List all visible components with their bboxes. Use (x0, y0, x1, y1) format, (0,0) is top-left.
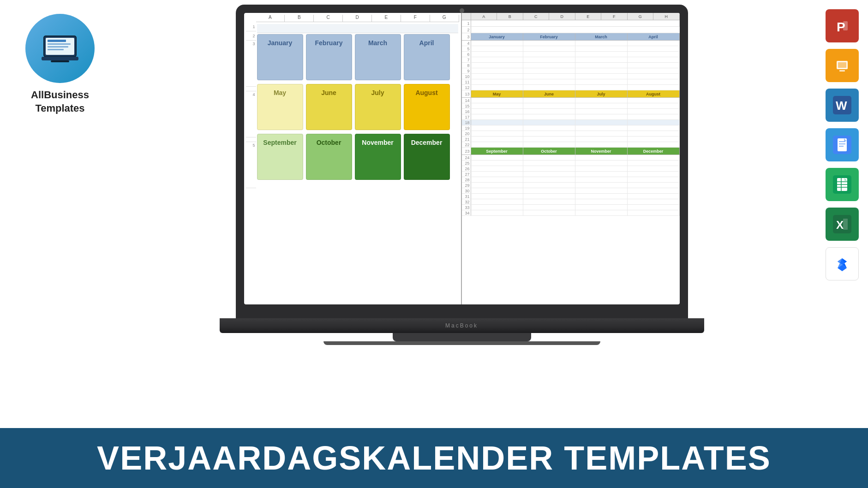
dec-header: December (628, 148, 680, 155)
feb-header: February (523, 33, 575, 40)
banner-text: VERJAARDAGSKALENDER TEMPLATES (97, 439, 771, 477)
right-row-23-month-headers: 23 September October November December (462, 148, 680, 155)
powerpoint-icon[interactable]: P (826, 9, 859, 42)
laptop-body: A B C D E F G 1 2 3 4 (236, 5, 688, 318)
col-b-r: B (497, 13, 523, 20)
may-block: May (257, 84, 303, 130)
col-h-r: H (653, 13, 680, 20)
row-4: 4 (462, 41, 680, 46)
logo-circle (25, 14, 95, 83)
col-d: D (343, 15, 372, 22)
laptop-stand (393, 333, 531, 341)
col-headers-right: A B C D E F G H (462, 13, 680, 20)
month-row-1: January February March April (257, 34, 458, 80)
svg-rect-3 (48, 43, 71, 45)
row-num-header (462, 13, 471, 20)
svg-rect-19 (839, 141, 845, 142)
november-block: November (355, 134, 401, 180)
right-row-13-month-headers: 13 May June July August (462, 90, 680, 98)
col-headers-left: A B C D E F G (256, 15, 459, 22)
yellow-data-rows: 14 15 16 17 (462, 98, 680, 148)
svg-rect-21 (839, 146, 844, 147)
svg-rect-10 (843, 21, 848, 30)
svg-rect-20 (839, 143, 845, 144)
october-block: October (306, 134, 352, 180)
august-block: August (404, 84, 450, 130)
col-e: E (372, 15, 401, 22)
slides-icon[interactable] (826, 49, 859, 82)
svg-rect-6 (42, 57, 78, 60)
sheet-right: A B C D E F G H 1 (462, 13, 680, 304)
july-block: July (355, 84, 401, 130)
col-e-r: E (575, 13, 602, 20)
may-header: May (471, 90, 523, 97)
svg-rect-32 (843, 219, 848, 230)
svg-rect-5 (48, 49, 64, 50)
laptop-foot (323, 341, 600, 345)
aug-header: August (628, 90, 680, 97)
green-data-rows: 24 25 26 27 (462, 155, 680, 216)
svg-rect-2 (48, 40, 66, 42)
right-row-1: 1 (462, 20, 680, 27)
jun-header: June (523, 90, 575, 97)
jul-header: July (575, 90, 628, 97)
col-f-r: F (601, 13, 628, 20)
col-g: G (430, 15, 459, 22)
nov-header: November (575, 148, 628, 155)
excel-icon[interactable]: X (826, 208, 859, 241)
word-icon[interactable]: W (826, 89, 859, 122)
blue-data-rows: 4 5 6 7 (462, 41, 680, 90)
month-blocks-grid: January February March April (256, 22, 459, 304)
col-b: B (285, 15, 314, 22)
mar-header: March (575, 33, 628, 40)
laptop-screen: A B C D E F G 1 2 3 4 (244, 13, 680, 304)
logo-text: AllBusiness Templates (31, 89, 89, 115)
laptop-base: MacBook (220, 318, 704, 333)
month-row-3: September October November December (257, 134, 458, 180)
col-a-r: A (471, 13, 497, 20)
svg-text:X: X (836, 219, 844, 231)
sheet-left: A B C D E F G 1 2 3 4 (244, 13, 462, 304)
jan-header: January (471, 33, 523, 40)
apr-header: April (628, 33, 680, 40)
april-block: April (404, 34, 450, 80)
svg-text:W: W (836, 99, 847, 113)
col-g-r: G (628, 13, 654, 20)
svg-rect-7 (51, 60, 69, 62)
dropbox-icon[interactable] (826, 247, 859, 280)
col-c-r: C (523, 13, 550, 20)
right-row-2: 2 (462, 27, 680, 33)
row-numbers-left: 1 2 3 4 5 (246, 22, 256, 304)
macbook-label: MacBook (445, 322, 478, 329)
september-block: September (257, 134, 303, 180)
col-f: F (401, 15, 430, 22)
right-icons: P W (826, 9, 859, 280)
right-data-area: 1 2 3 January F (462, 20, 680, 216)
right-row-3-month-headers: 3 January February March April (462, 33, 680, 41)
col-a: A (256, 15, 285, 22)
col-c: C (314, 15, 343, 22)
col-d-r: D (549, 13, 575, 20)
svg-rect-14 (839, 70, 845, 71)
svg-rect-13 (838, 62, 846, 68)
svg-rect-4 (48, 46, 68, 48)
sep-header: September (471, 148, 523, 155)
title-row (257, 24, 458, 33)
laptop-wrapper: A B C D E F G 1 2 3 4 (115, 5, 808, 442)
oct-header: October (523, 148, 575, 155)
month-row-2: May June July August (257, 84, 458, 130)
laptop-icon (39, 34, 81, 64)
january-block: January (257, 34, 303, 80)
sheets-icon[interactable] (826, 168, 859, 201)
logo-area: AllBusiness Templates (14, 14, 106, 115)
left-content: 1 2 3 4 5 (246, 22, 459, 304)
docs-icon[interactable] (826, 128, 859, 161)
march-block: March (355, 34, 401, 80)
june-block: June (306, 84, 352, 130)
december-block: December (404, 134, 450, 180)
february-block: February (306, 34, 352, 80)
laptop-camera (460, 8, 464, 13)
